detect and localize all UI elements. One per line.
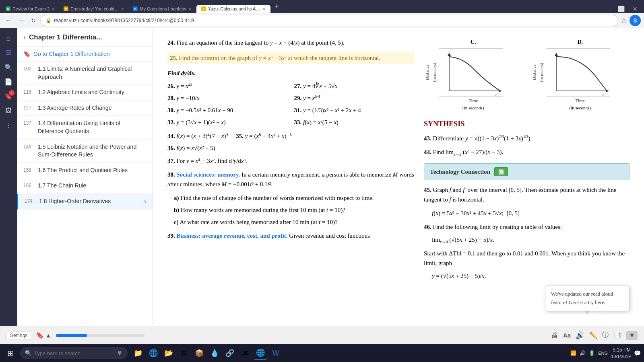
bookmark-nav-group: 🔖 ▲ — [36, 331, 51, 339]
reload-button[interactable]: ↻ — [29, 16, 38, 25]
volume-icon: 🔊 — [580, 350, 586, 356]
tech-connection-label: Technology Connection — [430, 167, 490, 177]
chapter-item-4[interactable]: 137 1.4 Differentiation Using Limits of … — [17, 116, 153, 139]
tab4-close[interactable]: ✕ — [262, 7, 266, 11]
taskbar-files-button[interactable]: 📂 — [162, 347, 175, 360]
taskbar-app-button[interactable]: 🔗 — [223, 347, 236, 360]
tab1-close[interactable]: ✕ — [52, 7, 55, 11]
notifications-button[interactable]: 💬 — [634, 350, 641, 356]
audio-button[interactable]: 🔊 — [576, 331, 584, 340]
problem-38b: b) How many words are memorized during t… — [174, 205, 414, 215]
minimize-button[interactable]: ─ — [603, 5, 613, 13]
problem-37: 37. For y = x⁴ − 3x², find d³y/dx³. — [167, 156, 414, 166]
url-text: reader.yuzu.com/#/books/9780135227794/cf… — [54, 18, 194, 23]
tab3-close[interactable]: ✕ — [188, 7, 192, 11]
expand-button[interactable]: ▼ — [626, 331, 638, 340]
chapter-num-3: 127 — [23, 105, 35, 111]
read-aloud-tooltip: We've updated our read aloud feature! Gi… — [545, 286, 630, 311]
chapter-item-8[interactable]: 174 1.8 Higher-Order Derivatives › — [17, 194, 153, 210]
taskbar-chrome-button[interactable]: 🌐 — [254, 347, 267, 360]
find-dydx-instruction: Find dy/dx. — [167, 68, 414, 78]
time-date-display: 5:15 PM 10/1/2019 — [611, 347, 631, 359]
chapter-num-8: 174 — [25, 198, 36, 204]
tab-bartleby[interactable]: b My Questions | bartleby ✕ — [129, 5, 195, 13]
back-arrow-icon[interactable]: ‹ — [23, 33, 26, 41]
search-input-win[interactable] — [34, 350, 115, 356]
font-size-button[interactable]: Aa — [563, 332, 571, 339]
problem-28: 28. y = −10/x — [167, 93, 288, 103]
back-nav-button[interactable]: ← — [3, 16, 14, 25]
bookmark-button[interactable]: 🔖 — [36, 331, 44, 339]
chapter-num-6: 158 — [23, 167, 35, 173]
image-button[interactable]: 🖼 — [2, 104, 15, 117]
tab-mail[interactable]: M Ends today! You could WIN $1,5... ✕ — [60, 5, 128, 13]
chapter-item-2[interactable]: 116 1.2 Algebraic Limits and Continuity — [17, 85, 153, 101]
svg-marker-8 — [555, 53, 558, 56]
settings-button[interactable]: Settings — [6, 331, 31, 339]
vertical-toolbar: ⌂ ☰ 🔍 📄 🔖 1 🖼 ⋮ — [0, 28, 17, 326]
taskbar-explorer-button[interactable]: 📁 — [132, 347, 144, 360]
problem-31: 31. y = (1/3)x³ − x² + 2x + 4 — [294, 105, 415, 115]
reader-bookmark-button[interactable]: 📑 — [613, 331, 621, 339]
profile-avatar[interactable]: S — [630, 15, 641, 26]
tab-yuzu[interactable]: Y Yuzu: Calculus and Its Applicatio... ✕ — [196, 5, 270, 13]
svg-text:t: t — [603, 93, 604, 97]
sidebar-title: Chapter 1 Differentia... — [29, 33, 102, 41]
chapter-item-7[interactable]: 166 1.7 The Chain Rule — [17, 178, 153, 194]
edit-button[interactable]: ✏️ — [589, 331, 597, 339]
bookmark-up-button[interactable]: ▲ — [45, 332, 51, 339]
problem-45-math: f(x) = 5x³ − 30x² + 45x + 5√x; [0, 5] — [432, 208, 630, 218]
go-to-chapter-link[interactable]: 🔖 Go to Chapter 1 Differentiation — [17, 47, 153, 62]
chapter-item-5[interactable]: 146 1.5 Leibniz Notation and the Power a… — [17, 140, 153, 163]
info-button[interactable]: ⓘ — [602, 331, 609, 339]
url-bar[interactable]: 🔒 reader.yuzu.com/#/books/9780135227794/… — [40, 15, 618, 26]
chapter-text-8: 1.8 Higher-Order Derivatives — [39, 197, 111, 206]
taskbar-amazon-button[interactable]: 📦 — [193, 347, 206, 360]
problem-33: 33. f(x) = x/(5 − x) — [294, 117, 415, 127]
tab3-label: My Questions | bartleby — [140, 6, 186, 11]
close-button[interactable]: ✕ — [630, 5, 641, 13]
taskbar-word-button[interactable]: W — [269, 347, 282, 360]
search-button[interactable]: 🔍 — [2, 60, 15, 74]
system-tray: 📶 🔊 🔋 ENG 5:15 PM 10/1/2019 💬 — [570, 347, 641, 359]
svg-marker-2 — [499, 89, 502, 93]
chapter-item-1[interactable]: 102 1.1 Limits: A Numerical and Graphica… — [17, 62, 153, 85]
problem-25: 25. Find the point(s) on the graph of y … — [167, 51, 414, 64]
problem-27: 27. y = 4∛x + 5√x — [294, 81, 415, 91]
flashcard-button[interactable]: 🔖 1 — [2, 89, 15, 103]
chapter-text-7: 1.7 The Chain Rule — [38, 182, 86, 190]
chapter-num-1: 102 — [23, 66, 35, 72]
chapter-text-1: 1.1 Limits: A Numerical and Graphical Ap… — [38, 65, 146, 81]
taskbar-settings-button[interactable]: ⚙ — [178, 347, 190, 360]
chapter-item-3[interactable]: 127 1.3 Average Rates of Change — [17, 101, 153, 116]
print-icon-button[interactable]: 🖨 — [551, 331, 558, 339]
tech-connection-icon: 📈 — [494, 167, 508, 176]
search-bar-win[interactable]: 🔍 🎙 — [20, 347, 128, 359]
problem-29: 29. y = x5/4 — [294, 93, 415, 103]
problem-26: 26. y = x23 — [167, 81, 288, 91]
tab2-close[interactable]: ✕ — [121, 7, 124, 11]
sidebar: ‹ Chapter 1 Differentia... 🔖 Go to Chapt… — [17, 28, 153, 326]
home-button[interactable]: ⌂ — [2, 31, 15, 45]
tab-review-exam[interactable]: N Review for Exam 2 ✕ — [2, 5, 59, 13]
problem-32: 32. y = (3√x + 1)(x² − x) — [167, 117, 288, 127]
restore-button[interactable]: ⬜ — [615, 5, 628, 13]
toc-button[interactable]: ☰ — [2, 46, 15, 60]
menu-button[interactable]: ⋮ — [2, 118, 15, 132]
taskbar-edge-button[interactable]: 🌐 — [147, 347, 160, 360]
battery-icon: 🔋 — [589, 350, 595, 356]
taskbar-mail-button[interactable]: ✉ — [239, 347, 252, 360]
taskbar-dropbox-button[interactable]: 💧 — [208, 347, 221, 360]
chapter-item-6[interactable]: 158 1.6 The Product and Quotient Rules — [17, 163, 153, 179]
windows-start-button[interactable]: ⊞ — [3, 346, 18, 360]
star-icon[interactable]: ☆ — [621, 16, 627, 25]
progress-bar-container — [56, 334, 144, 337]
problem-24-num: 24. — [167, 39, 175, 46]
page-content-area: 24. Find an equation of the line tangent… — [153, 28, 644, 326]
problem-38: 38. Social sciences: memory. In a certai… — [167, 170, 414, 189]
svg-marker-3 — [448, 53, 451, 56]
new-tab-button[interactable]: + — [271, 2, 282, 11]
forward-nav-button[interactable]: → — [16, 16, 27, 25]
windows-taskbar: ⊞ 🔍 🎙 📁 🌐 📂 ⚙ 📦 💧 🔗 ✉ 🌐 — [0, 344, 644, 362]
notes-button[interactable]: 📄 — [2, 75, 15, 88]
